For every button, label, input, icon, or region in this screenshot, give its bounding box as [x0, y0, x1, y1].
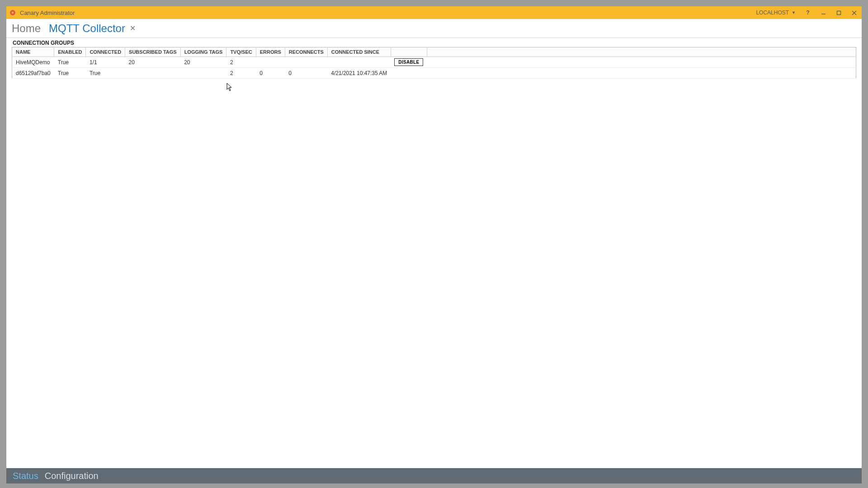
- close-button[interactable]: [846, 6, 862, 19]
- host-dropdown[interactable]: LOCALHOST ▼: [751, 6, 800, 19]
- col-reconnects[interactable]: RECONNECTS: [285, 47, 327, 57]
- table-row[interactable]: HiveMQDemoTrue1/120202DISABLE: [12, 57, 856, 68]
- cell-subscribed: [125, 68, 181, 79]
- connection-groups-table-wrap: NAME ENABLED CONNECTED SUBSCRIBED TAGS L…: [6, 47, 862, 468]
- cell-reconnects: [285, 57, 327, 68]
- svg-point-1: [12, 12, 14, 14]
- breadcrumb-bar: Home MQTT Collector ✕: [6, 19, 862, 38]
- host-label: LOCALHOST: [756, 9, 789, 16]
- app-icon: [9, 9, 16, 16]
- disable-button[interactable]: DISABLE: [394, 58, 423, 66]
- cell-logging: [180, 68, 226, 79]
- col-subscribed[interactable]: SUBSCRIBED TAGS: [125, 47, 181, 57]
- close-tab-icon[interactable]: ✕: [130, 25, 136, 32]
- footer-configuration-tab[interactable]: Configuration: [45, 471, 99, 481]
- cell-action: [391, 68, 427, 79]
- breadcrumb-active-label: MQTT Collector: [49, 22, 125, 35]
- cell-name: HiveMQDemo: [12, 57, 54, 68]
- cell-tvq: 2: [226, 68, 256, 79]
- col-errors[interactable]: ERRORS: [256, 47, 285, 57]
- table-row[interactable]: d65129af7ba0TrueTrue2004/21/2021 10:47:3…: [12, 68, 856, 79]
- cell-since: 4/21/2021 10:47:35 AM: [327, 68, 391, 79]
- col-action: [391, 47, 427, 57]
- maximize-button[interactable]: [831, 6, 846, 19]
- cell-enabled: True: [54, 57, 86, 68]
- col-logging[interactable]: LOGGING TAGS: [180, 47, 226, 57]
- section-heading: CONNECTION GROUPS: [6, 38, 862, 47]
- cell-since: [327, 57, 391, 68]
- footer-bar: Status Configuration: [6, 468, 862, 483]
- help-button[interactable]: ?: [800, 6, 816, 19]
- connection-groups-table: NAME ENABLED CONNECTED SUBSCRIBED TAGS L…: [12, 47, 856, 79]
- cell-connected: 1/1: [86, 57, 125, 68]
- cell-subscribed: 20: [125, 57, 181, 68]
- col-name[interactable]: NAME: [12, 47, 54, 57]
- app-window: Canary Administrator LOCALHOST ▼ ? Home …: [6, 6, 862, 483]
- cell-enabled: True: [54, 68, 86, 79]
- title-bar[interactable]: Canary Administrator LOCALHOST ▼ ?: [6, 6, 862, 19]
- window-title: Canary Administrator: [20, 9, 75, 16]
- cell-reconnects: 0: [285, 68, 327, 79]
- chevron-down-icon: ▼: [792, 10, 796, 15]
- cell-connected: True: [86, 68, 125, 79]
- cell-action: DISABLE: [391, 57, 427, 68]
- svg-rect-3: [837, 11, 840, 14]
- cell-fill: [427, 57, 856, 68]
- col-since[interactable]: CONNECTED SINCE: [327, 47, 391, 57]
- cell-fill: [427, 68, 856, 79]
- cell-errors: [256, 57, 285, 68]
- footer-status-tab[interactable]: Status: [13, 471, 38, 481]
- cell-errors: 0: [256, 68, 285, 79]
- cell-tvq: 2: [226, 57, 256, 68]
- breadcrumb-home[interactable]: Home: [12, 22, 41, 35]
- col-tvq[interactable]: TVQ/SEC: [226, 47, 256, 57]
- minimize-button[interactable]: [816, 6, 831, 19]
- col-fill: [427, 47, 856, 57]
- breadcrumb-active-tab[interactable]: MQTT Collector ✕: [49, 22, 136, 35]
- col-connected[interactable]: CONNECTED: [86, 47, 125, 57]
- cell-logging: 20: [180, 57, 226, 68]
- col-enabled[interactable]: ENABLED: [54, 47, 86, 57]
- cell-name: d65129af7ba0: [12, 68, 54, 79]
- table-header-row: NAME ENABLED CONNECTED SUBSCRIBED TAGS L…: [12, 47, 856, 57]
